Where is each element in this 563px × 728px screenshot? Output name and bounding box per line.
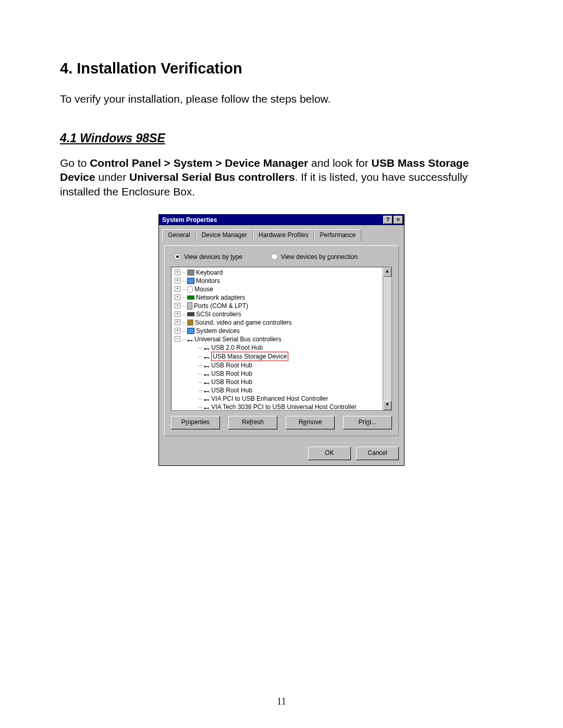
tree-item[interactable]: Sound, video and game controllers [195,318,291,327]
help-button[interactable]: ? [383,216,393,224]
tree-item[interactable]: Mouse [194,285,213,293]
para-text: Go to [60,157,90,169]
radio-view-by-connection[interactable]: View devices by connection [271,253,358,261]
tab-performance[interactable]: Performance [314,229,361,241]
expand-icon[interactable]: + [175,303,180,309]
keyboard-icon [187,269,194,276]
sub-heading: 4.1 Windows 98SE [60,131,503,145]
print-button[interactable]: Print... [343,416,392,429]
tree-item[interactable]: VIA Tech 3038 PCI to USB Universal Host … [211,403,357,411]
port-icon [187,302,192,310]
page-number: 11 [0,696,563,707]
para-text: and look for [308,157,371,169]
usb-icon: ⊷ [204,353,210,360]
scsi-icon [187,312,194,316]
cancel-button[interactable]: Cancel [356,447,399,460]
tree-item[interactable]: VIA PCI to USB Enhanced Host Controller [211,394,328,403]
monitor-icon [187,278,194,284]
para-bold-1: Control Panel > System > Device Manager [90,157,308,169]
usb-icon: ⊷ [204,379,210,385]
scroll-up-icon[interactable]: ▲ [383,267,391,277]
radio-icon [271,253,278,260]
tab-device-manager[interactable]: Device Manager [196,229,253,242]
intro-text: To verify your installation, please foll… [60,93,503,105]
close-button[interactable]: × [394,216,403,224]
tree-item[interactable]: Ports (COM & LPT) [194,302,248,310]
tabs-row: General Device Manager Hardware Profiles… [162,229,404,241]
usb-icon: ⊷ [187,336,193,342]
radio-view-by-type[interactable]: View devices by type [174,253,242,261]
expand-icon[interactable]: + [175,286,180,292]
tree-item-highlighted[interactable]: USB Mass Storage Device [211,352,288,361]
system-icon [187,328,194,334]
tree-item[interactable]: Network adapters [196,293,245,302]
titlebar: System Properties ? × [159,215,404,225]
device-manager-panel: View devices by type View devices by con… [164,245,399,436]
remove-button[interactable]: Remove [286,416,335,429]
usb-icon: ⊷ [204,371,210,377]
tree-item[interactable]: System devices [196,327,240,335]
tab-hardware-profiles[interactable]: Hardware Profiles [253,229,314,241]
tree-item[interactable]: USB Root Hub [211,369,252,378]
usb-icon: ⊷ [204,396,210,402]
expand-icon[interactable]: + [175,294,180,300]
radio-label: View devices by connection [281,253,358,261]
para-text: under [95,171,129,183]
para-bold-3: Universal Serial Bus controllers [129,171,295,183]
mouse-icon [187,286,193,293]
expand-icon[interactable]: + [175,269,180,275]
properties-button[interactable]: Properties [171,416,220,429]
sound-icon [187,319,193,326]
expand-icon[interactable]: + [175,328,180,334]
tree-item[interactable]: SCSI controllers [196,310,241,318]
tree-item[interactable]: Keyboard [196,268,223,277]
tree-item[interactable]: USB Root Hub [211,386,252,394]
collapse-icon[interactable]: − [175,336,180,342]
tree-item[interactable]: USB Root Hub [211,378,252,386]
expand-icon[interactable]: + [175,319,180,325]
scrollbar[interactable]: ▲ ▼ [383,267,392,411]
refresh-button[interactable]: Refresh [228,416,277,429]
radio-label: View devices by type [184,253,242,261]
system-properties-dialog: System Properties ? × General Device Man… [158,214,405,466]
tree-item[interactable]: Monitors [196,277,220,285]
titlebar-text: System Properties [162,216,382,224]
usb-icon: ⊷ [204,387,210,393]
section-heading: 4. Installation Verification [60,60,503,77]
tree-item[interactable]: USB 2.0 Root Hub [211,343,263,352]
usb-icon: ⊷ [204,404,210,410]
radio-icon [174,253,181,260]
tree-item[interactable]: USB Root Hub [211,361,252,369]
expand-icon[interactable]: + [175,311,180,317]
ok-button[interactable]: OK [308,447,351,460]
usb-icon: ⊷ [204,344,210,351]
tree-item[interactable]: Universal Serial Bus controllers [194,335,282,343]
scroll-track[interactable] [383,277,391,401]
device-tree[interactable]: +··· Keyboard +··· Monitors +··· Mouse +… [171,267,383,411]
tab-general[interactable]: General [162,229,196,241]
instruction-paragraph: Go to Control Panel > System > Device Ma… [60,156,503,199]
network-icon [187,295,194,300]
expand-icon[interactable]: + [175,278,180,283]
scroll-down-icon[interactable]: ▼ [383,401,391,410]
usb-icon: ⊷ [204,362,210,368]
